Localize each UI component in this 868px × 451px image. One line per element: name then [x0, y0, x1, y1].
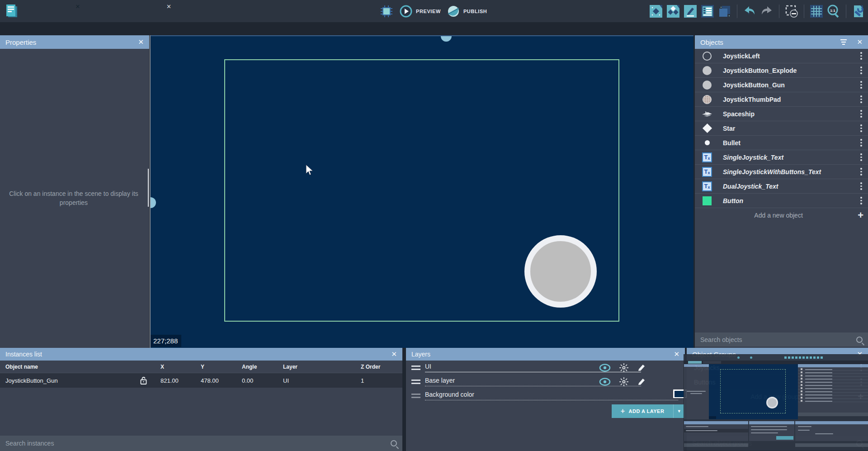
objects-search-input[interactable] — [700, 336, 856, 343]
publish-button[interactable]: PUBLISH — [447, 5, 487, 18]
object-menu-icon[interactable] — [857, 124, 865, 132]
instances-search-input[interactable] — [5, 440, 391, 447]
objects-search[interactable] — [695, 332, 868, 347]
instances-list-icon[interactable] — [701, 5, 714, 18]
layer-effects-icon[interactable] — [619, 377, 629, 387]
layer-name[interactable]: Background color — [425, 391, 678, 400]
bullet-dot-icon — [701, 140, 713, 145]
col-y: Y — [201, 364, 204, 370]
edit-layer-pencil-icon[interactable] — [637, 377, 646, 386]
preview-button[interactable]: PREVIEW — [400, 5, 441, 18]
svg-text:1:1: 1:1 — [830, 9, 835, 13]
object-row[interactable]: JoystickButton_Gun — [695, 78, 868, 92]
object-row[interactable]: Spaceship — [695, 107, 868, 121]
debug-icon[interactable] — [380, 5, 393, 18]
layers-icon[interactable] — [718, 5, 731, 18]
object-menu-icon[interactable] — [857, 66, 865, 74]
filter-icon[interactable] — [840, 39, 847, 45]
drag-handle-icon[interactable] — [411, 380, 420, 384]
object-row[interactable]: Button — [695, 194, 868, 208]
visibility-eye-icon[interactable] — [599, 364, 611, 372]
chevron-down-icon[interactable]: ▼ — [673, 404, 685, 418]
object-groups-icon[interactable] — [666, 5, 680, 18]
add-object-row[interactable]: Add a new object + — [695, 208, 868, 223]
undo-icon[interactable] — [743, 5, 756, 18]
layer-row-background-color[interactable]: Background color — [406, 389, 685, 403]
object-row[interactable]: JoystickThumbPad — [695, 92, 868, 107]
mini-add-layer-button — [776, 436, 793, 440]
delete-selection-icon[interactable] — [785, 5, 798, 18]
mini-layer-row — [751, 429, 787, 430]
edit-layer-pencil-icon[interactable] — [637, 363, 646, 372]
instance-row-selected[interactable]: JoystickButton_Gun 821.00 478.00 0.00 UI… — [0, 373, 402, 388]
object-menu-icon[interactable] — [857, 197, 865, 204]
instances-panel: Instances list ✕ Object name X Y Angle L… — [0, 348, 402, 451]
mouse-cursor — [306, 165, 314, 176]
instance-x: 821.00 — [160, 377, 179, 384]
object-name: SingleJoystick_Text — [723, 154, 857, 161]
project-manager-icon[interactable] — [5, 4, 19, 19]
objects-title: Objects — [700, 38, 723, 46]
plus-icon[interactable]: + — [858, 211, 863, 220]
close-icon[interactable]: ✕ — [857, 38, 863, 46]
visibility-eye-icon[interactable] — [599, 378, 611, 386]
drag-handle-icon[interactable] — [411, 366, 420, 370]
object-menu-icon[interactable] — [857, 95, 865, 103]
add-layer-button[interactable]: + ADD A LAYER ▼ — [612, 404, 685, 418]
add-object-icon[interactable] — [649, 5, 663, 18]
object-menu-icon[interactable] — [857, 52, 865, 60]
text-object-icon: Tx — [701, 152, 713, 162]
layer-row-base[interactable]: Base layer — [406, 375, 685, 389]
close-icon[interactable]: ✕ — [138, 38, 144, 46]
object-menu-icon[interactable] — [857, 139, 865, 147]
joystick-button-instance[interactable] — [524, 235, 597, 308]
close-icon[interactable]: ✕ — [674, 350, 679, 358]
instance-layer: UI — [283, 377, 289, 384]
object-row[interactable]: JoystickButton_Explode — [695, 63, 868, 78]
add-layer-label: ADD A LAYER — [629, 408, 665, 414]
col-object-name: Object name — [5, 364, 38, 370]
object-row[interactable]: Tx DualJoystick_Text — [695, 179, 868, 194]
canvas-top-scroll-handle[interactable] — [441, 36, 452, 42]
zoom-1-1-icon[interactable]: 1:1 — [827, 5, 840, 18]
mini-inactive-tab — [703, 361, 721, 364]
layer-row-ui[interactable]: UI — [406, 361, 685, 375]
text-object-icon: Tx — [701, 181, 713, 191]
object-menu-icon[interactable] — [857, 168, 865, 176]
object-menu-icon[interactable] — [857, 182, 865, 190]
object-row[interactable]: Bullet — [695, 136, 868, 150]
unlock-icon[interactable] — [140, 376, 147, 385]
gray-circle-icon — [701, 81, 713, 90]
object-row[interactable]: Tx SingleJoystick_Text — [695, 150, 868, 165]
mini-active-tab — [688, 361, 702, 364]
grid-icon[interactable] — [810, 5, 823, 18]
mini-object-icons — [801, 368, 802, 402]
edit-scene-icon[interactable] — [684, 5, 697, 18]
object-row[interactable]: JoystickLeft — [695, 49, 868, 63]
properties-scrollbar[interactable] — [148, 169, 149, 207]
toolbar-separator — [846, 5, 846, 18]
speckled-circle-icon — [701, 95, 713, 104]
preview-label: PREVIEW — [416, 9, 441, 14]
tab-close-icon[interactable]: ✕ — [166, 3, 171, 10]
scene-canvas[interactable] — [151, 35, 693, 348]
object-menu-icon[interactable] — [857, 81, 865, 89]
col-x: X — [160, 364, 164, 370]
object-row[interactable]: Tx SingleJoystickWithButtons_Text — [695, 165, 868, 179]
instances-search[interactable] — [0, 436, 402, 451]
tab-close-icon[interactable]: ✕ — [75, 3, 80, 10]
scene-settings-icon[interactable] — [852, 5, 865, 18]
redo-icon[interactable] — [760, 5, 774, 18]
object-name: DualJoystick_Text — [723, 183, 857, 190]
layer-effects-icon[interactable] — [619, 363, 629, 373]
close-icon[interactable]: ✕ — [391, 350, 397, 358]
layers-panel: Layers ✕ UI Base layer Background co — [406, 348, 685, 451]
object-row[interactable]: Star — [695, 121, 868, 136]
layers-header: Layers ✕ — [406, 348, 685, 361]
objects-panel: Objects ✕ JoystickLeft JoystickButton_Ex… — [695, 35, 868, 348]
toolbar-separator — [737, 5, 737, 18]
object-menu-icon[interactable] — [857, 110, 865, 118]
publish-label: PUBLISH — [463, 9, 487, 14]
mini-toolbar-icons — [784, 356, 824, 359]
object-menu-icon[interactable] — [857, 153, 865, 161]
